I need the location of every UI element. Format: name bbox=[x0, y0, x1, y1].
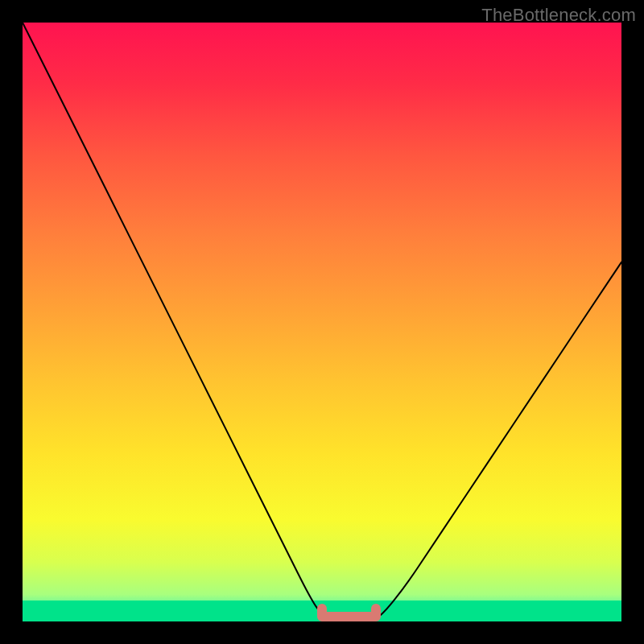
plot-area bbox=[23, 23, 621, 621]
watermark-text: TheBottleneck.com bbox=[481, 5, 636, 26]
gradient-background bbox=[23, 23, 621, 621]
chart-frame: TheBottleneck.com bbox=[0, 0, 644, 644]
bottleneck-chart bbox=[23, 23, 621, 621]
